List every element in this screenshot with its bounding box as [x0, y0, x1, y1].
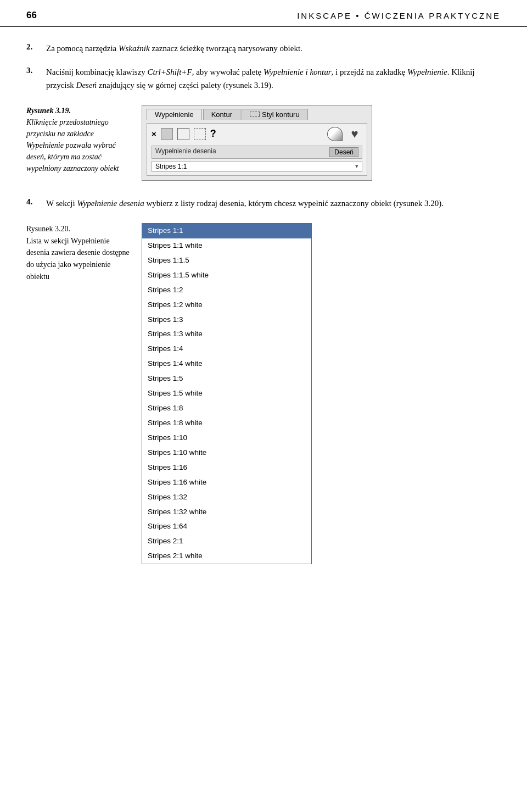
figure-319-caption: Rysunek 3.19. Kliknięcie przedostatniego…: [26, 105, 142, 174]
list-item[interactable]: Stripes 1:5: [142, 371, 311, 386]
item-2-number: 2.: [26, 42, 46, 55]
figure-320-title: Rysunek 3.20.: [26, 225, 70, 233]
fill-dropdown[interactable]: Stripes 1:1 ▾: [152, 161, 362, 172]
list-item[interactable]: Stripes 1:2 white: [142, 298, 311, 313]
fill-linear-grad-icon[interactable]: [177, 128, 189, 140]
list-item[interactable]: Stripes 1:5 white: [142, 386, 311, 401]
item-3-number: 3.: [26, 66, 46, 92]
list-item[interactable]: Stripes 1:1.5 white: [142, 268, 311, 283]
fill-flat-icon[interactable]: [161, 128, 173, 140]
figure-320: Rysunek 3.20. Lista w sekcji Wypełnienie…: [26, 223, 501, 564]
list-item[interactable]: Stripes 1:8 white: [142, 416, 311, 431]
tab-wypelnienie[interactable]: Wypełnienie: [147, 109, 202, 120]
main-content: 2. Za pomocą narzędzia Wskaźnik zaznacz …: [0, 42, 527, 564]
list-item[interactable]: Stripes 1:10: [142, 431, 311, 446]
tab-kontur[interactable]: Kontur: [203, 109, 240, 120]
list-item[interactable]: Stripes 2:1: [142, 534, 311, 549]
list-item[interactable]: Stripes 2:1 white: [142, 549, 311, 564]
dashed-line-icon: [250, 112, 260, 117]
figure-320-caption: Rysunek 3.20. Lista w sekcji Wypełnienie…: [26, 223, 142, 282]
item-4: 4. W sekcji Wypełnienie desenia wybierz …: [26, 197, 501, 210]
figure-319: Rysunek 3.19. Kliknięcie przedostatniego…: [26, 105, 501, 181]
fill-none-icon[interactable]: ×: [152, 129, 156, 138]
list-item[interactable]: Stripes 1:64: [142, 519, 311, 534]
fill-section-label: Wypełnienie desenia: [155, 147, 216, 155]
list-item[interactable]: Stripes 1:10 white: [142, 446, 311, 460]
fill-unknown-icon[interactable]: ?: [210, 128, 216, 140]
fill-dropdown-value: Stripes 1:1: [155, 163, 355, 170]
list-item[interactable]: Stripes 1:4 white: [142, 357, 311, 371]
list-item[interactable]: Stripes 1:16: [142, 460, 311, 475]
item-4-text: W sekcji Wypełnienie desenia wybierz z l…: [46, 197, 501, 210]
list-item[interactable]: Stripes 1:1: [142, 224, 311, 238]
fill-section-row: Wypełnienie desenia Deseń: [152, 146, 362, 159]
list-item[interactable]: Stripes 1:2: [142, 283, 311, 298]
list-item[interactable]: Stripes 1:1.5: [142, 253, 311, 268]
item-4-number: 4.: [26, 197, 46, 210]
list-item[interactable]: Stripes 1:8: [142, 401, 311, 416]
fill-pattern-icon[interactable]: [194, 128, 206, 140]
figure-319-body: Kliknięcie przedostatniego przycisku na …: [26, 118, 119, 173]
item-3: 3. Naciśnij kombinację klawiszy Ctrl+Shi…: [26, 66, 501, 92]
ui-panel-319: Wypełnienie Kontur Styl konturu × ?: [142, 105, 372, 181]
dropdown-arrow-icon: ▾: [355, 163, 358, 170]
ui-tabs: Wypełnienie Kontur Styl konturu: [147, 109, 367, 120]
list-item[interactable]: Stripes 1:16 white: [142, 475, 311, 490]
fill-swatch-icon[interactable]: [347, 127, 362, 141]
tab-styl[interactable]: Styl konturu: [242, 109, 308, 120]
page-number: 66: [26, 10, 37, 21]
page-title: Inkscape • Ćwiczenia praktyczne: [297, 11, 501, 20]
figure-320-body: Lista w sekcji Wypełnienie desenia zawie…: [26, 237, 130, 281]
fill-radial-grad-icon[interactable]: [327, 127, 343, 141]
fill-icons-row: × ?: [152, 127, 362, 141]
list-item[interactable]: Stripes 1:1 white: [142, 238, 311, 253]
item-2-text: Za pomocą narzędzia Wskaźnik zaznacz ści…: [46, 42, 501, 55]
list-item[interactable]: Stripes 1:4: [142, 342, 311, 357]
page-header: 66 Inkscape • Ćwiczenia praktyczne: [0, 0, 527, 27]
list-item[interactable]: Stripes 1:3 white: [142, 327, 311, 342]
ui-panel-inner: × ? Wypełnienie desenia Deseń: [147, 123, 367, 176]
figure-319-title: Rysunek 3.19.: [26, 107, 71, 115]
list-item[interactable]: Stripes 1:32: [142, 490, 311, 505]
item-2: 2. Za pomocą narzędzia Wskaźnik zaznacz …: [26, 42, 501, 55]
dropdown-list-320[interactable]: Stripes 1:1Stripes 1:1 whiteStripes 1:1.…: [142, 223, 312, 564]
list-item[interactable]: Stripes 1:32 white: [142, 505, 311, 520]
item-3-text: Naciśnij kombinację klawiszy Ctrl+Shift+…: [46, 66, 501, 92]
desin-button[interactable]: Deseń: [329, 147, 358, 157]
list-item[interactable]: Stripes 1:3: [142, 313, 311, 327]
